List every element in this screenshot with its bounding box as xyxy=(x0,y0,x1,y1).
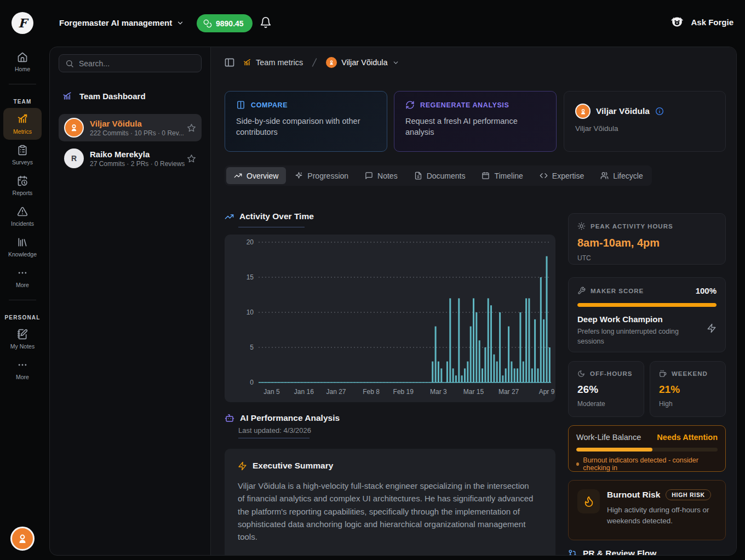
search-icon xyxy=(65,59,74,68)
breadcrumb: Team metrics Viljar Võidula xyxy=(224,57,399,68)
breadcrumb-current-label: Viljar Võidula xyxy=(341,58,387,67)
sidebar-item-my-notes[interactable]: My Notes xyxy=(3,324,42,355)
sidebar-item-surveys[interactable]: Surveys xyxy=(3,140,42,170)
svg-text:Feb 19: Feb 19 xyxy=(393,388,414,396)
activity-section-title: Activity Over Time xyxy=(239,212,314,221)
member-stats: 27 Commits · 2 PRs · 0 Reviews xyxy=(90,160,181,168)
sidebar-item-reports[interactable]: Reports xyxy=(3,170,42,201)
svg-text:20: 20 xyxy=(247,238,254,246)
member-stats: 222 Commits · 10 PRs · 0 Rev... xyxy=(90,129,181,137)
breadcrumb-team-metrics[interactable]: Team metrics xyxy=(243,58,303,67)
tab-label: Documents xyxy=(427,172,466,180)
metrics-icon xyxy=(16,113,28,125)
ai-analysis-header: AI Performance Analysis xyxy=(225,413,340,423)
tab-progression[interactable]: Progression xyxy=(287,167,356,184)
star-icon[interactable] xyxy=(187,123,196,133)
tab-bar: Overview Progression Notes Documents xyxy=(225,165,652,186)
info-icon[interactable] xyxy=(655,107,664,116)
maker-score-label: MAKER SCORE xyxy=(591,288,644,294)
surveys-icon xyxy=(17,145,28,156)
sidebar-item-more-team[interactable]: More xyxy=(3,262,42,293)
svg-text:Jan 16: Jan 16 xyxy=(294,388,314,396)
sidebar-item-knowledge[interactable]: Knowledge xyxy=(3,232,42,262)
sidebar-item-label: Metrics xyxy=(13,128,32,135)
panel-toggle-icon[interactable] xyxy=(224,57,235,68)
off-hours-card: OFF-HOURS 26% Moderate xyxy=(568,361,644,417)
top-bar: F Forgemaster AI management 9890.45 xyxy=(0,0,745,47)
flame-icon xyxy=(577,489,600,513)
sidebar-item-label: My Notes xyxy=(10,343,35,350)
trending-up-icon xyxy=(225,212,234,221)
tab-label: Expertise xyxy=(552,172,584,180)
team-list-panel: Team Dashboard Viljar Võidula 222 Commit… xyxy=(50,47,210,555)
maker-score-bar xyxy=(577,303,717,307)
member-avatar xyxy=(64,118,84,138)
section-underline xyxy=(238,438,310,438)
compare-title: COMPARE xyxy=(251,101,288,109)
breadcrumb-member[interactable]: Viljar Võidula xyxy=(326,57,399,68)
sidebar-item-metrics[interactable]: Metrics xyxy=(3,108,42,140)
notifications-button[interactable] xyxy=(260,16,272,28)
peak-value: 8am-10am, 4pm xyxy=(577,237,717,249)
tab-documents[interactable]: Documents xyxy=(406,167,473,184)
off-hours-label: OFF-HOURS xyxy=(590,370,632,377)
search-input[interactable] xyxy=(79,59,195,68)
credits-badge[interactable]: 9890.45 xyxy=(197,14,253,32)
coffee-icon xyxy=(659,370,667,378)
tab-label: Notes xyxy=(377,172,398,180)
workspace-switcher[interactable]: Forgemaster AI management xyxy=(59,18,184,27)
maker-score-card: MAKER SCORE 100% Deep Work Champion Pref… xyxy=(568,277,726,352)
knowledge-icon xyxy=(17,237,28,248)
member-name: Raiko Merekyla xyxy=(90,150,181,159)
regenerate-desc: Request a fresh AI performance analysis xyxy=(405,116,545,138)
compare-card[interactable]: COMPARE Side-by-side comparison with oth… xyxy=(225,91,387,152)
sidebar-divider xyxy=(9,300,36,300)
star-icon[interactable] xyxy=(187,154,196,163)
forge-logo[interactable]: F xyxy=(12,12,33,34)
svg-text:5: 5 xyxy=(250,344,254,351)
columns-icon xyxy=(236,100,245,110)
code-icon xyxy=(540,172,548,180)
work-life-note: Burnout indicators detected - consider c… xyxy=(583,456,718,472)
more-icon xyxy=(17,267,28,278)
member-row-raiko[interactable]: R Raiko Merekyla 27 Commits · 2 PRs · 0 … xyxy=(59,145,202,172)
weekend-level: High xyxy=(659,400,717,408)
risk-badge: HIGH RISK xyxy=(666,489,711,500)
regenerate-analysis-card[interactable]: REGENERATE ANALYSIS Request a fresh AI p… xyxy=(394,91,557,152)
message-icon xyxy=(365,172,373,180)
sidebar-item-label: More xyxy=(16,282,29,288)
team-dashboard-link[interactable]: Team Dashboard xyxy=(59,87,202,105)
work-life-label: Work-Life Balance xyxy=(576,433,641,442)
tab-timeline[interactable]: Timeline xyxy=(474,167,530,184)
breadcrumb-separator xyxy=(311,58,318,67)
executive-summary-card: Executive Summary Viljar Võidula is a hi… xyxy=(225,449,555,556)
member-row-viljar[interactable]: Viljar Võidula 222 Commits · 10 PRs · 0 … xyxy=(59,114,202,141)
profile-name: Viljar Võidula xyxy=(596,106,650,116)
team-dashboard-label: Team Dashboard xyxy=(79,92,146,101)
credits-value: 9890.45 xyxy=(216,19,244,28)
off-hours-level: Moderate xyxy=(577,400,635,408)
maker-score-value: 100% xyxy=(696,286,717,295)
tab-notes[interactable]: Notes xyxy=(357,167,405,184)
tab-overview[interactable]: Overview xyxy=(226,167,286,184)
member-name: Viljar Võidula xyxy=(90,119,181,128)
sidebar-item-label: More xyxy=(16,374,29,380)
svg-text:Mar 27: Mar 27 xyxy=(498,388,519,396)
work-life-balance-card: Work-Life Balance Needs Attention Burnou… xyxy=(568,425,726,472)
tab-lifecycle[interactable]: Lifecycle xyxy=(593,167,650,184)
sidebar-item-label: Surveys xyxy=(12,159,33,165)
sidebar-item-home[interactable]: Home xyxy=(3,47,42,77)
tab-expertise[interactable]: Expertise xyxy=(532,167,592,184)
breadcrumb-root-label: Team metrics xyxy=(256,58,303,67)
ask-forgie-button[interactable]: Ask Forgie xyxy=(669,15,733,28)
sidebar-item-incidents[interactable]: Incidents xyxy=(3,201,42,232)
wrench-icon xyxy=(577,287,586,295)
maker-badge-title: Deep Work Champion xyxy=(577,315,717,324)
user-avatar[interactable] xyxy=(10,527,35,551)
app-window: F Forgemaster AI management 9890.45 xyxy=(0,0,745,560)
svg-text:10: 10 xyxy=(247,308,254,316)
pr-review-flow-section-header: PR & Review Flow xyxy=(568,548,656,556)
weekend-value: 21% xyxy=(659,384,717,396)
sidebar-item-more-personal[interactable]: More xyxy=(3,355,42,385)
tab-label: Timeline xyxy=(494,172,523,180)
